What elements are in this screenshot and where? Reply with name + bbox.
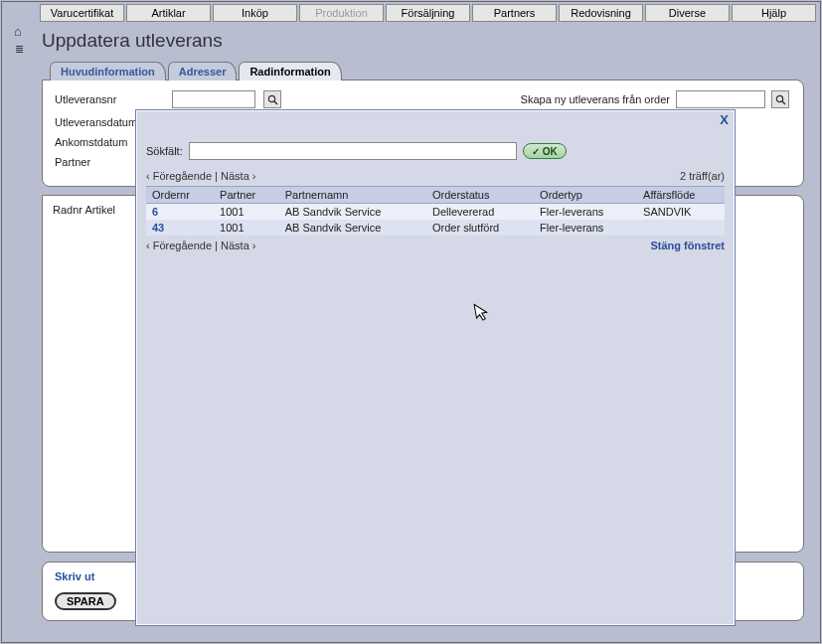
pager-bottom: ‹ Föregående | Nästa › [146,240,256,251]
close-window-link[interactable]: Stäng fönstret [650,240,725,251]
topnav-item-1[interactable]: Artiklar [126,4,211,22]
cell-ordertyp: Fler-leverans [534,220,637,236]
top-nav: VarucertifikatArtiklarInköpProduktionFör… [2,2,820,22]
col-header-5[interactable]: Affärsflöde [637,187,725,204]
cell-affarsflode [637,220,725,236]
ok-label: OK [543,146,558,157]
search-field-input[interactable] [189,142,517,160]
topnav-item-2[interactable]: Inköp [213,4,297,22]
left-icon-bar: ⌂ ≣ [6,24,30,56]
next-link[interactable]: Nästa › [221,170,255,182]
col-header-1[interactable]: Partner [214,187,279,204]
ok-button[interactable]: OK [523,143,567,159]
topnav-item-4[interactable]: Försäljning [386,4,470,22]
utleveransnr-input[interactable] [172,90,255,108]
topnav-item-3: Produktion [299,4,384,22]
cell-partnernamn: AB Sandvik Service [279,220,426,236]
cell-affarsflode: SANDVIK [637,204,725,221]
save-button[interactable]: SPARA [55,592,116,610]
cell-partnernamn: AB Sandvik Service [279,204,426,221]
page-title: Uppdatera utleverans [32,24,814,62]
menu-bars-icon[interactable]: ≣ [10,42,26,56]
col-header-3[interactable]: Orderstatus [426,187,534,204]
utleveransnr-label: Utleveransnr [55,93,164,105]
prev-link[interactable]: ‹ Föregående [146,170,212,182]
scan-label: Skapa ny utleverans från order [521,93,670,105]
cell-orderstatus: Order slutförd [426,220,534,236]
cell-ordertyp: Fler-leverans [534,204,637,221]
cell-partner: 1001 [214,220,279,236]
cell-orderstatus: Dellevererad [426,204,534,221]
home-icon[interactable]: ⌂ [10,24,26,38]
result-table: OrdernrPartnerPartnernamnOrderstatusOrde… [146,186,725,236]
search-field-label: Sökfält: [146,145,183,157]
pager-top: ‹ Föregående | Nästa › [146,170,256,182]
col-header-4[interactable]: Ordertyp [534,187,637,204]
scan-search-icon[interactable] [771,90,789,108]
topnav-item-5[interactable]: Partners [472,4,557,22]
topnav-item-6[interactable]: Redovisning [559,4,643,22]
svg-point-0 [268,95,274,101]
cell-partner: 1001 [214,204,279,221]
search-modal: X Sökfält: OK ‹ Föregående | Nästa › 2 t… [135,109,736,626]
topnav-item-8[interactable]: Hjälp [732,4,816,22]
col-header-0[interactable]: Ordernr [146,187,214,204]
tab-row: HuvudinformationAdresserRadinformation [32,62,814,80]
table-row[interactable]: 431001AB Sandvik ServiceOrder slutfördFl… [146,220,725,236]
cell-ordernr[interactable]: 6 [146,204,214,221]
tab-2[interactable]: Radinformation [239,62,341,80]
tab-1[interactable]: Adresser [168,62,238,80]
topnav-item-7[interactable]: Diverse [645,4,730,22]
modal-close-button[interactable]: X [720,112,729,127]
svg-line-3 [782,101,785,104]
topnav-item-0[interactable]: Varucertifikat [40,4,124,22]
svg-point-2 [776,95,782,101]
prev-link-bottom[interactable]: ‹ Föregående [146,240,212,251]
table-row[interactable]: 61001AB Sandvik ServiceDellevereradFler-… [146,204,725,221]
scan-order-input[interactable] [676,90,765,108]
next-link-bottom[interactable]: Nästa › [221,240,255,251]
svg-line-1 [274,101,277,104]
col-header-2[interactable]: Partnernamn [279,187,426,204]
tab-0[interactable]: Huvudinformation [50,62,166,80]
result-count: 2 träff(ar) [680,170,725,182]
cell-ordernr[interactable]: 43 [146,220,214,236]
utleveransnr-search-icon[interactable] [263,90,281,108]
